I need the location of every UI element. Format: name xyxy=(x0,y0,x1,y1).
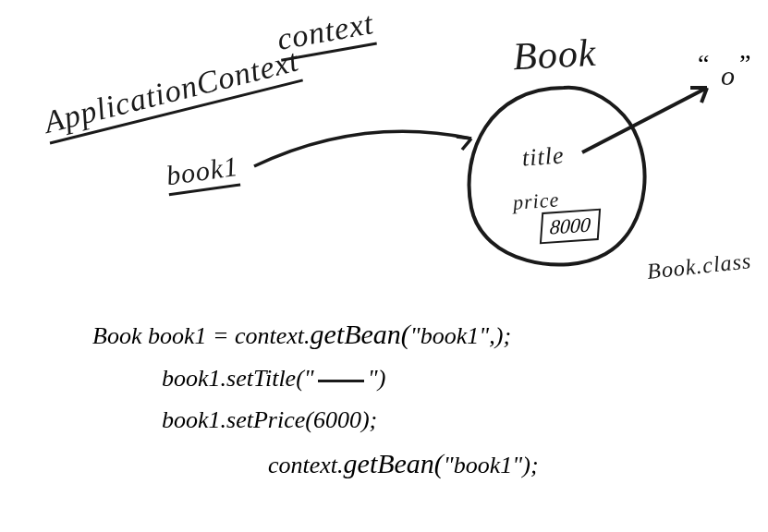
price-value-box: 8000 xyxy=(540,209,601,245)
code2-text: book1.setTitle(" xyxy=(162,365,314,392)
code4-arg: "book1" xyxy=(444,452,522,478)
price-value: 8000 xyxy=(549,212,591,238)
code1-prefix: Book book1 = context. xyxy=(92,322,311,349)
code-line-4: context.getBean("book1"); xyxy=(268,448,539,479)
code1-method: getBean( xyxy=(311,319,410,349)
book1-var-label: book1 xyxy=(165,151,240,195)
context-label: context xyxy=(275,7,377,60)
code3-text: book1.setPrice(6000); xyxy=(162,406,377,433)
quote-left-tick: “ xyxy=(698,49,709,79)
context-text: context xyxy=(274,6,377,62)
code-line-1: Book book1 = context.getBean("book1",); xyxy=(92,319,511,350)
code1-arg: "book1", xyxy=(410,322,495,349)
code4-close: ); xyxy=(522,452,538,478)
blank-dash-icon xyxy=(318,380,364,382)
code-line-2: book1.setTitle("") xyxy=(162,365,385,393)
book1-text: book1 xyxy=(165,151,241,197)
title-pointer-value: o xyxy=(721,60,736,91)
code1-close: ); xyxy=(495,322,511,349)
code4-prefix: context. xyxy=(268,452,344,478)
arrow-title-to-value xyxy=(573,74,730,166)
code4-method: getBean( xyxy=(344,448,444,478)
code-line-3: book1.setPrice(6000); xyxy=(162,406,377,434)
quote-right-tick: ” xyxy=(739,49,750,79)
title-field-label: title xyxy=(521,141,565,172)
book-class-heading: Book xyxy=(512,30,598,79)
code2-close: ") xyxy=(368,365,386,392)
